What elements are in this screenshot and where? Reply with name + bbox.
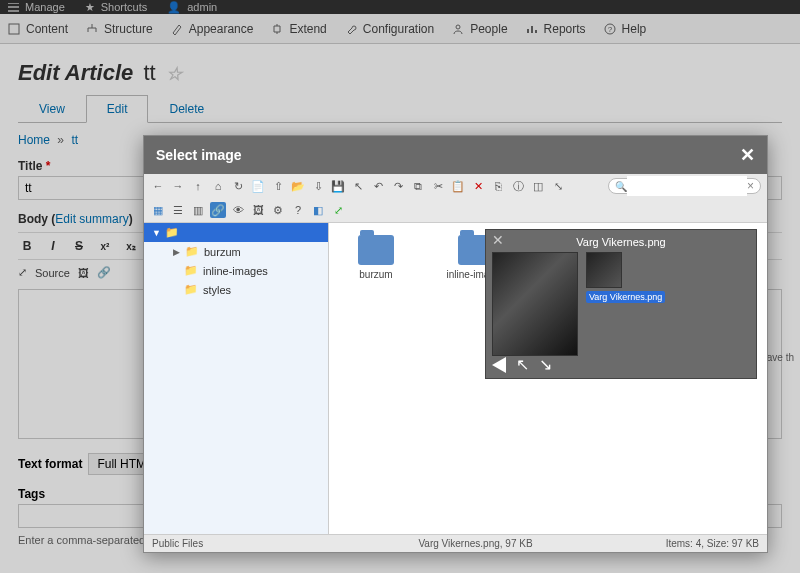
admin-menu: Content Structure Appearance Extend Conf…: [0, 14, 800, 44]
back-icon[interactable]: ←: [150, 178, 166, 194]
view-icons-icon[interactable]: ▦: [150, 202, 166, 218]
svg-point-1: [456, 25, 460, 29]
new-file-icon[interactable]: 📄: [250, 178, 266, 194]
file-browser-body: ▼ 📁 ▶ 📁 burzum 📁 inline-images 📁 styles: [144, 223, 767, 534]
undo-icon[interactable]: ↶: [370, 178, 386, 194]
appearance-icon: [171, 23, 183, 35]
shortcuts-label: Shortcuts: [101, 1, 147, 13]
expand-icon[interactable]: ⤢: [18, 266, 27, 279]
cut-icon[interactable]: ✂: [430, 178, 446, 194]
settings-icon[interactable]: ⚙: [270, 202, 286, 218]
tree-item-inline-images[interactable]: 📁 inline-images: [144, 261, 328, 280]
folder-tree: ▼ 📁 ▶ 📁 burzum 📁 inline-images 📁 styles: [144, 223, 329, 534]
reload-icon[interactable]: ↻: [230, 178, 246, 194]
menu-configuration[interactable]: Configuration: [345, 22, 434, 36]
page-title-name: tt: [143, 60, 155, 85]
breadcrumb-home[interactable]: Home: [18, 133, 50, 147]
menu-reports[interactable]: Reports: [526, 22, 586, 36]
menu-structure[interactable]: Structure: [86, 22, 153, 36]
crop-icon[interactable]: ◫: [530, 178, 546, 194]
strike-button[interactable]: S: [70, 239, 88, 253]
menu-people[interactable]: People: [452, 22, 507, 36]
tree-root[interactable]: ▼ 📁: [144, 223, 328, 242]
search-icon: 🔍: [615, 181, 627, 192]
expand-se-icon[interactable]: ↘: [539, 355, 552, 374]
folder-icon: 📁: [185, 245, 199, 258]
shortcuts-link[interactable]: ★ Shortcuts: [85, 1, 147, 14]
tab-delete[interactable]: Delete: [148, 95, 225, 123]
expand-nw-icon[interactable]: ↖: [516, 355, 529, 374]
file-browser-status: Public Files Varg Vikernes.png, 97 KB It…: [144, 534, 767, 552]
menu-help[interactable]: ?Help: [604, 22, 647, 36]
redo-icon[interactable]: ↷: [390, 178, 406, 194]
view-list-icon[interactable]: ☰: [170, 202, 186, 218]
search-input[interactable]: [627, 176, 747, 196]
user-label: admin: [187, 1, 217, 13]
resize-icon[interactable]: ⤡: [550, 178, 566, 194]
info-icon[interactable]: ⓘ: [510, 178, 526, 194]
select-icon[interactable]: ↖: [350, 178, 366, 194]
required-marker: *: [46, 159, 51, 173]
fullscreen-icon[interactable]: ⤢: [330, 202, 346, 218]
primary-tabs: View Edit Delete: [18, 94, 782, 123]
tab-view[interactable]: View: [18, 95, 86, 123]
modal-title: Select image: [156, 147, 242, 163]
link-icon[interactable]: 🔗: [97, 266, 111, 279]
edit-summary-link[interactable]: Edit summary: [55, 212, 128, 226]
modal-close-button[interactable]: ✕: [740, 144, 755, 166]
preview-icon[interactable]: 👁: [230, 202, 246, 218]
tree-arrow-icon: ▼: [152, 228, 160, 238]
tree-item-styles[interactable]: 📁 styles: [144, 280, 328, 299]
folder-burzum[interactable]: burzum: [341, 235, 411, 280]
paste-icon[interactable]: 📋: [450, 178, 466, 194]
image-edit-icon[interactable]: 🖼: [250, 202, 266, 218]
hamburger-icon: [8, 3, 19, 12]
text-format-label: Text format: [18, 457, 82, 471]
folder-icon: 📁: [184, 264, 198, 277]
svg-rect-0: [9, 24, 19, 34]
save-icon[interactable]: 💾: [330, 178, 346, 194]
download-icon[interactable]: ⇩: [310, 178, 326, 194]
menu-configuration-label: Configuration: [363, 22, 434, 36]
file-browser-toolbar: ← → ↑ ⌂ ↻ 📄 ⇧ 📂 ⇩ 💾 ↖ ↶ ↷ ⧉ ✂ 📋 ✕ ⎘ ⓘ ◫ …: [144, 174, 767, 223]
open-icon[interactable]: 📂: [290, 178, 306, 194]
prev-arrow-icon[interactable]: [492, 357, 506, 373]
search-box[interactable]: 🔍 ×: [608, 178, 761, 194]
home-icon[interactable]: ⌂: [210, 178, 226, 194]
image-icon[interactable]: 🖼: [78, 267, 89, 279]
tree-expand-icon[interactable]: ▶: [172, 247, 180, 257]
upload-icon[interactable]: ⇧: [270, 178, 286, 194]
user-link[interactable]: 👤 admin: [167, 1, 217, 14]
structure-icon: [86, 23, 98, 35]
subscript-button[interactable]: x₂: [122, 241, 140, 252]
source-button[interactable]: Source: [35, 267, 70, 279]
menu-structure-label: Structure: [104, 22, 153, 36]
menu-content[interactable]: Content: [8, 22, 68, 36]
duplicate-icon[interactable]: ⎘: [490, 178, 506, 194]
grid-big-icon[interactable]: ◧: [310, 202, 326, 218]
italic-button[interactable]: I: [44, 239, 62, 253]
breadcrumb-separator: »: [57, 133, 64, 147]
copy-icon[interactable]: ⧉: [410, 178, 426, 194]
tree-item-burzum[interactable]: ▶ 📁 burzum: [144, 242, 328, 261]
manage-toggle[interactable]: Manage: [8, 1, 65, 13]
favorite-star-icon[interactable]: ☆: [166, 64, 182, 84]
forward-icon[interactable]: →: [170, 178, 186, 194]
folder-label: burzum: [359, 269, 392, 280]
up-icon[interactable]: ↑: [190, 178, 206, 194]
menu-extend[interactable]: Extend: [271, 22, 326, 36]
tab-edit[interactable]: Edit: [86, 95, 149, 123]
menu-appearance[interactable]: Appearance: [171, 22, 254, 36]
search-clear-icon[interactable]: ×: [747, 179, 754, 193]
menu-people-label: People: [470, 22, 507, 36]
insert-link-icon[interactable]: 🔗: [210, 202, 226, 218]
superscript-button[interactable]: x²: [96, 241, 114, 252]
star-icon: ★: [85, 1, 95, 14]
preview-thumbnail[interactable]: [586, 252, 622, 288]
delete-icon[interactable]: ✕: [470, 178, 486, 194]
bold-button[interactable]: B: [18, 239, 36, 253]
help-icon[interactable]: ?: [290, 202, 306, 218]
preview-close-icon[interactable]: ✕: [492, 232, 504, 248]
view-columns-icon[interactable]: ▥: [190, 202, 206, 218]
preview-thumb-label: Varg Vikernes.png: [586, 291, 665, 303]
